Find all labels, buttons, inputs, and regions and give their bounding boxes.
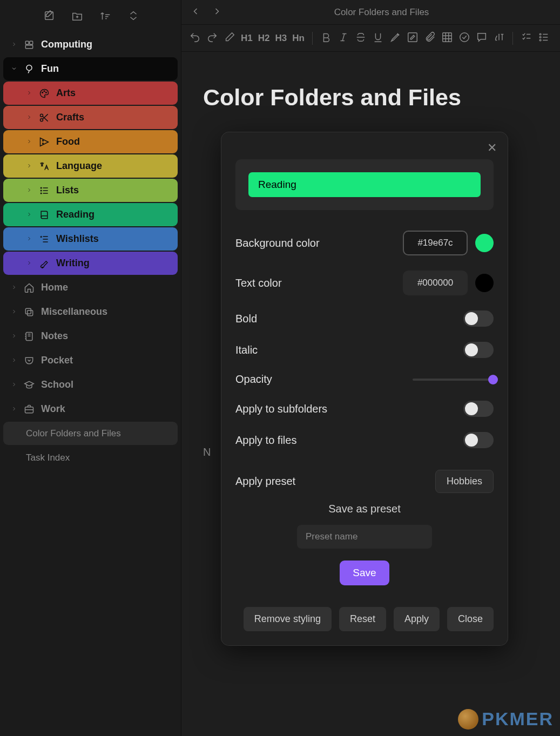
translate-icon [38, 161, 51, 172]
comment-icon[interactable] [476, 31, 488, 45]
preset-name-input[interactable] [297, 525, 432, 549]
text-color-swatch[interactable] [475, 274, 494, 292]
bold-icon[interactable] [320, 31, 332, 45]
folder-computing[interactable]: Computing [3, 33, 178, 56]
chevron-right-icon [11, 282, 17, 293]
undo-icon[interactable] [189, 31, 201, 45]
folder-notes[interactable]: Notes [3, 325, 178, 348]
highlight-icon[interactable] [389, 31, 401, 45]
svg-point-8 [41, 114, 43, 117]
folder-label: Language [56, 160, 102, 172]
folder-label: Crafts [56, 112, 84, 123]
h1-button[interactable]: H1 [241, 33, 253, 44]
italic-toggle[interactable] [463, 342, 494, 358]
remove-styling-button[interactable]: Remove styling [244, 607, 332, 631]
folder-school[interactable]: School [3, 373, 178, 396]
preset-select[interactable]: Hobbies [435, 470, 494, 493]
svg-point-4 [26, 65, 32, 70]
pizza-icon [38, 137, 51, 147]
chevron-right-icon [26, 185, 32, 196]
svg-rect-19 [408, 33, 417, 42]
text-color-input[interactable] [403, 271, 468, 295]
strike-icon[interactable] [355, 31, 367, 45]
folder-reading[interactable]: Reading [3, 203, 178, 226]
folder-misc[interactable]: Miscellaneous [3, 300, 178, 323]
nav-forward-icon[interactable] [212, 6, 222, 18]
copy-icon [23, 307, 36, 318]
folder-writing[interactable]: Writing [3, 252, 178, 275]
edit-icon[interactable] [407, 31, 419, 45]
folder-pocket[interactable]: Pocket [3, 349, 178, 372]
attachment-icon[interactable] [424, 31, 436, 45]
chevron-right-icon [26, 209, 32, 220]
svg-point-22 [539, 33, 541, 35]
new-note-icon[interactable] [43, 10, 55, 23]
svg-point-6 [44, 91, 45, 92]
save-preset-button[interactable]: Save [340, 561, 389, 585]
bg-color-swatch[interactable] [475, 234, 494, 252]
folder-label: Pocket [41, 355, 73, 366]
ruby-icon[interactable] [493, 31, 505, 45]
graduation-icon [23, 380, 36, 390]
bullet-list-icon[interactable] [538, 31, 550, 45]
folder-lists[interactable]: Lists [3, 179, 178, 202]
file-color-folders[interactable]: Color Folders and Files [3, 422, 178, 445]
folder-food[interactable]: Food [3, 130, 178, 153]
italic-icon[interactable] [338, 31, 349, 45]
svg-point-5 [42, 92, 43, 93]
svg-point-13 [41, 190, 42, 191]
opacity-slider[interactable] [413, 379, 494, 381]
nav-back-icon[interactable] [190, 6, 201, 18]
home-icon [23, 282, 36, 293]
underline-icon[interactable] [372, 31, 384, 45]
sort-icon[interactable] [99, 10, 111, 23]
folder-crafts[interactable]: Crafts [3, 106, 178, 129]
folder-language[interactable]: Language [3, 154, 178, 178]
chevron-right-icon [11, 306, 17, 318]
h3-button[interactable]: H3 [275, 33, 287, 44]
file-task-index[interactable]: Task Index [3, 446, 178, 469]
hn-button[interactable]: Hn [292, 33, 305, 44]
balloon-icon [23, 64, 36, 75]
sidebar: Computing Fun Arts Crafts [0, 0, 181, 736]
tab-title: Color Folders and Files [233, 7, 530, 18]
svg-rect-20 [443, 33, 452, 42]
reset-button[interactable]: Reset [339, 607, 386, 631]
checklist-icon[interactable] [521, 31, 532, 45]
h2-button[interactable]: H2 [258, 33, 270, 44]
chevron-right-icon [11, 403, 17, 415]
close-button[interactable]: Close [447, 607, 494, 631]
folder-label: School [41, 379, 73, 390]
chevron-right-icon [11, 39, 17, 50]
redo-icon[interactable] [206, 31, 218, 45]
eraser-icon[interactable] [224, 31, 235, 45]
bold-toggle[interactable] [463, 310, 494, 327]
folder-fun[interactable]: Fun [3, 57, 178, 80]
apply-preset-label: Apply preset [235, 475, 295, 488]
editor-toolbar: H1 H2 H3 Hn [181, 25, 560, 52]
folder-label: Arts [56, 87, 76, 99]
folder-work[interactable]: Work [3, 397, 178, 421]
preview-pill: Reading [248, 172, 481, 197]
svg-rect-3 [25, 45, 32, 48]
bg-color-label: Background color [235, 237, 320, 249]
folder-wishlists[interactable]: Wishlists [3, 227, 178, 251]
task-icon[interactable] [458, 31, 470, 45]
bold-label: Bold [235, 313, 257, 325]
folder-home[interactable]: Home [3, 276, 178, 299]
new-folder-icon[interactable] [71, 10, 83, 23]
notebook-icon [23, 331, 36, 342]
collapse-icon[interactable] [127, 10, 139, 23]
close-icon[interactable]: ✕ [487, 141, 497, 155]
table-icon[interactable] [441, 31, 453, 45]
folder-label: Lists [56, 185, 79, 196]
files-toggle[interactable] [463, 432, 494, 448]
chevron-right-icon [11, 330, 17, 342]
svg-point-11 [43, 143, 44, 144]
bg-color-input[interactable] [403, 231, 468, 255]
folder-arts[interactable]: Arts [3, 82, 178, 105]
file-label: Task Index [26, 453, 70, 463]
list-icon [38, 185, 51, 196]
apply-button[interactable]: Apply [394, 607, 440, 631]
subfolders-toggle[interactable] [463, 401, 494, 417]
